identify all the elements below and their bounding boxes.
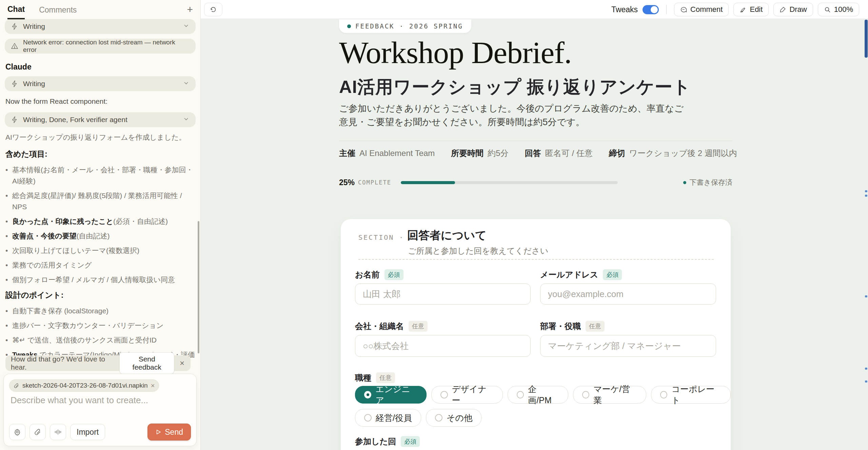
section-card: SECTION · 01 回答者について ご所属と参加した回を教えてください お…: [340, 219, 731, 450]
feedback-badge: FEEDBACK · 2026 SPRING: [339, 19, 471, 33]
scrollbar-thumb[interactable]: [865, 20, 868, 58]
sidebar-scrollbar[interactable]: [198, 221, 199, 353]
optional-badge: 任意: [376, 372, 395, 383]
draft-status: 下書き保存済: [683, 178, 733, 187]
meta-item: 締切ワークショップ後 2 週間以内: [609, 148, 737, 159]
list-item: 改善点・今後の要望(自由記述): [3, 230, 195, 241]
page-subtitle-jp: AI活用ワークショップ 振り返りアンケート: [339, 75, 691, 99]
attachment-name: sketch-2026-04-20T23-26-08-7d01vi.napkin: [22, 382, 148, 389]
list-item: 基本情報(お名前・メール・会社・部署・職種・参加回・AI経験): [3, 164, 195, 187]
feedback-prompt: How did that go? We'd love to hear.: [11, 355, 116, 371]
occupation-options-row-2: 経営/役員 その他: [355, 409, 481, 427]
chat-sidebar: Chat Comments + Writing Network error: c…: [0, 0, 201, 450]
chevron-down-icon: [183, 80, 190, 88]
company-input[interactable]: [355, 335, 531, 357]
send-button[interactable]: Send: [147, 424, 191, 441]
progress-bar: [401, 181, 618, 184]
draw-button[interactable]: Draw: [773, 3, 813, 16]
prompt-composer: sketch-2026-04-20T23-26-08-7d01vi.napkin…: [3, 374, 197, 446]
writing-status-label: Writing: [23, 80, 45, 88]
radio-pill-executive[interactable]: 経営/役員: [355, 409, 421, 427]
edit-button[interactable]: Edit: [733, 3, 769, 16]
list-item: 次回取り上げてほしいテーマ(複数選択): [3, 245, 195, 256]
section-title: 回答者について: [407, 228, 487, 243]
main-scrollbar[interactable]: [865, 19, 868, 450]
radio-icon: [660, 391, 667, 398]
voice-input-button[interactable]: [50, 424, 66, 440]
section-subtitle: ご所属と参加した回を教えてください: [408, 246, 548, 256]
comment-icon: [680, 6, 687, 13]
paperclip-icon: [34, 428, 41, 436]
included-items-list: 基本情報(お名前・メール・会社・部署・職種・参加回・AI経験) 総合満足度(星評…: [3, 164, 195, 285]
writing-status-chip-2[interactable]: Writing: [5, 76, 196, 91]
attach-file-button[interactable]: [29, 424, 46, 440]
send-play-icon: [155, 429, 161, 435]
lightning-icon: [11, 116, 18, 123]
attachment-chip[interactable]: sketch-2026-04-20T23-26-08-7d01vi.napkin…: [9, 379, 159, 392]
writing-status-label: Writing: [23, 22, 45, 31]
comment-button[interactable]: Comment: [674, 3, 729, 16]
app-window: Chat Comments + Writing Network error: c…: [0, 0, 868, 450]
radio-pill-engineer[interactable]: エンジニア: [355, 386, 427, 404]
list-item: 良かった点・印象に残ったこと(必須・自由記述): [3, 216, 195, 227]
scrollbar-mark: [865, 380, 867, 383]
radio-pill-planning-pm[interactable]: 企画/PM: [508, 386, 568, 404]
page-title: Workshop Debrief.: [339, 35, 572, 71]
name-input[interactable]: [355, 283, 531, 305]
tab-comments[interactable]: Comments: [39, 1, 77, 19]
badge-dot-icon: [347, 24, 351, 28]
list-item: 総合満足度(星評価)/ 難易度(5段階) / 業務活用可能性 / NPS: [3, 190, 195, 212]
send-feedback-button[interactable]: Send feedback: [119, 352, 174, 374]
feedback-bar: How did that go? We'd love to hear. Send…: [5, 355, 191, 371]
email-input[interactable]: [540, 283, 716, 305]
tweaks-toggle[interactable]: [643, 5, 659, 14]
prompt-input[interactable]: [11, 395, 189, 421]
optional-badge: 任意: [586, 321, 605, 332]
radio-pill-corporate[interactable]: コーポレート: [651, 386, 731, 404]
close-icon[interactable]: ×: [178, 358, 186, 368]
radio-pill-marketing-sales[interactable]: マーケ/営業: [573, 386, 646, 404]
form-preview: FEEDBACK · 2026 SPRING Workshop Debrief.…: [201, 19, 868, 450]
edit-pen-icon: [739, 6, 747, 13]
radio-icon: [364, 391, 371, 398]
required-badge: 必須: [603, 269, 622, 280]
claude-heading: Claude: [5, 62, 195, 72]
tweaks-toggle-label: Tweaks: [611, 5, 638, 14]
field-label-email: メールアドレス 必須: [540, 269, 622, 280]
field-label-name: お名前 必須: [355, 269, 403, 280]
department-input[interactable]: [540, 335, 716, 357]
remove-attachment-icon[interactable]: ×: [151, 382, 155, 390]
radio-icon: [517, 391, 524, 398]
reload-button[interactable]: [204, 3, 222, 16]
zoom-button[interactable]: 100%: [818, 3, 859, 16]
field-label-department: 部署・役職 任意: [540, 321, 605, 332]
sidebar-tab-bar: Chat Comments +: [0, 0, 200, 19]
tab-chat[interactable]: Chat: [7, 0, 25, 19]
radio-pill-other[interactable]: その他: [426, 409, 481, 427]
import-button[interactable]: Import: [70, 424, 105, 440]
optional-badge: 任意: [409, 321, 428, 332]
progress-percent: 25%: [339, 178, 355, 187]
new-tab-button[interactable]: +: [187, 4, 193, 15]
radio-pill-designer[interactable]: デザイナー: [431, 386, 503, 404]
assistant-message: AIワークショップの振り返りフォームを作成しました。: [5, 132, 195, 143]
writing-status-chip[interactable]: Writing: [5, 19, 196, 34]
network-error-chip: Network error: connection lost mid-strea…: [5, 39, 196, 54]
toolbar-divider: [666, 5, 667, 14]
scrollbar-mark: [865, 368, 867, 370]
radio-icon: [435, 414, 442, 422]
occupation-options-row-1: エンジニア デザイナー 企画/PM マーケ/営業 コーポレート: [355, 386, 731, 404]
progress-row: 25% COMPLETE 下書き保存済: [339, 178, 732, 187]
list-item: ⌘↵ で送信、送信後のサンクス画面と受付ID: [3, 334, 195, 346]
design-points-heading: 設計のポイント:: [5, 290, 195, 300]
writing-done-chip[interactable]: Writing, Done, Fork verifier agent: [5, 112, 196, 127]
status-dot-icon: [683, 181, 686, 184]
meta-item: 所要時間約5分: [451, 148, 508, 159]
included-items-heading: 含めた項目:: [5, 149, 195, 159]
field-label-participation: 参加した回 必須: [355, 436, 420, 447]
meta-item: 回答匿名可 / 任意: [525, 148, 593, 159]
chevron-down-icon: [183, 116, 190, 124]
settings-button[interactable]: [9, 424, 25, 440]
draw-pencil-icon: [780, 6, 786, 13]
composer-toolbar: Import Send: [9, 424, 191, 441]
